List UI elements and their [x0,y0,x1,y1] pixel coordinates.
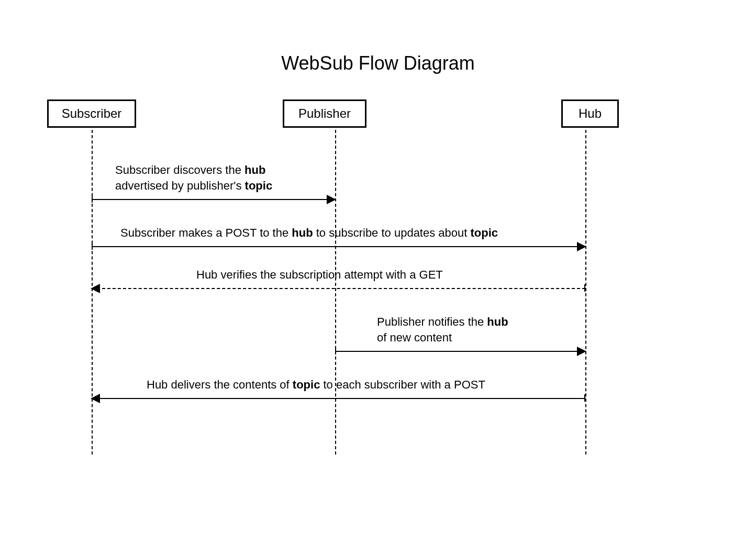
actor-publisher: Publisher [283,99,366,128]
actor-subscriber: Subscriber [47,99,136,128]
lifeline-publisher [335,130,336,455]
message-4-label: Publisher notifies the hub of new conten… [377,314,508,345]
message-2-label: Subscriber makes a POST to the hub to su… [120,225,498,241]
message-3-label: Hub verifies the subscription attempt wi… [196,267,443,283]
actor-hub: Hub [561,99,619,128]
websub-sequence-diagram: WebSub Flow Diagram Subscriber Publisher… [0,0,756,554]
message-1-label: Subscriber discovers the hub advertised … [115,162,272,193]
message-5-label: Hub delivers the contents of topic to ea… [147,377,485,393]
diagram-title: WebSub Flow Diagram [0,52,756,74]
lifeline-hub [585,130,586,455]
